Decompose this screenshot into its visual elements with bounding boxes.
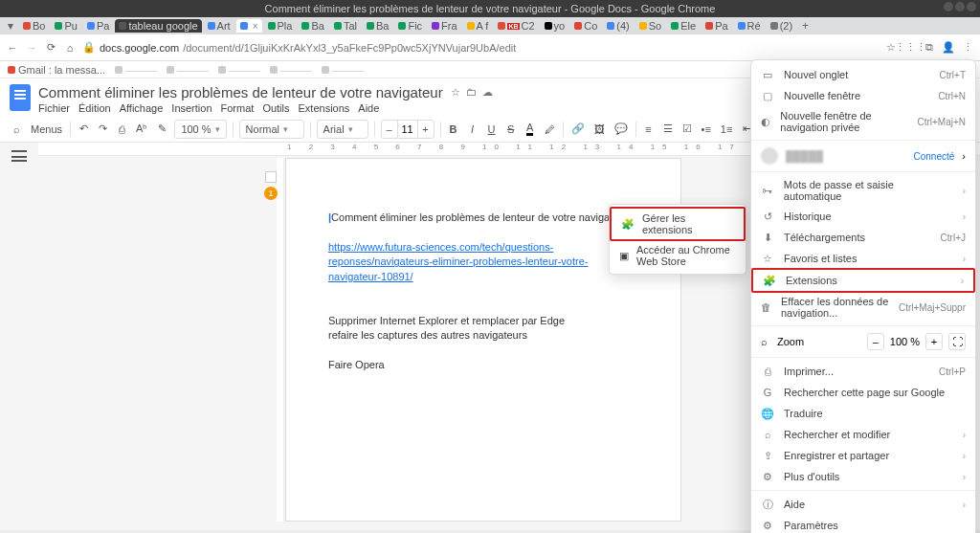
browser-tab[interactable]: × [236, 19, 262, 33]
menu-profile[interactable]: █████Connecté› [751, 144, 975, 168]
browser-tab[interactable]: Ba [363, 19, 392, 33]
new-tab-button[interactable]: + [798, 19, 813, 33]
menu-settings[interactable]: ⚙Paramètres [751, 515, 975, 533]
reload-button[interactable]: ⟳ [44, 41, 57, 55]
forward-button[interactable]: → [25, 41, 38, 55]
menu-passwords[interactable]: 🗝Mots de passe et saisie automatique› [751, 175, 975, 206]
address-bar[interactable]: 🔒 docs.google.com/document/d/1GljuiKxKrA… [82, 41, 879, 54]
profile-icon[interactable]: 👤 [942, 41, 955, 55]
browser-tab[interactable]: Pu [51, 19, 80, 33]
menu-history[interactable]: ↺Historique› [751, 206, 975, 227]
apps-icon[interactable]: ⋮⋮⋮ [903, 41, 917, 55]
menu-find-edit[interactable]: ⌕Rechercher et modifier› [751, 424, 975, 445]
menu-downloads[interactable]: ⬇TéléchargementsCtrl+J [751, 227, 975, 248]
font-select[interactable]: Arial▾ [317, 120, 368, 139]
vertical-ruler[interactable] [277, 158, 284, 522]
browser-tab[interactable]: Co [570, 19, 601, 33]
maximize-icon[interactable] [955, 2, 965, 11]
doc-hyperlink[interactable]: https://www.futura-sciences.com/tech/que… [328, 241, 588, 282]
menu-icon[interactable]: ⋮ [961, 41, 974, 55]
bookmark-item[interactable]: ——— [218, 64, 260, 76]
browser-tab[interactable]: Art [204, 19, 234, 33]
browser-tab[interactable]: Tal [330, 19, 361, 33]
back-button[interactable]: ← [6, 41, 19, 55]
fontsize-plus[interactable]: + [418, 123, 434, 135]
tab-marker-icon[interactable] [265, 171, 277, 183]
tab-close-icon[interactable]: × [253, 21, 258, 32]
menu-new-window[interactable]: ▢Nouvelle fenêtreCtrl+N [751, 85, 975, 106]
menu-clear-data[interactable]: 🗑Effacer les données de navigation...Ctr… [751, 292, 975, 322]
browser-tab[interactable]: (4) [603, 19, 633, 33]
star-doc-icon[interactable]: ☆ [451, 86, 460, 99]
menu-help[interactable]: ⓘAide› [751, 494, 975, 515]
docs-logo-icon[interactable] [10, 84, 31, 111]
browser-tab[interactable]: Ele [667, 19, 700, 33]
menu-insertion[interactable]: Insertion [171, 102, 212, 114]
menu-fichier[interactable]: Fichier [38, 102, 70, 114]
bookmark-item[interactable]: ——— [322, 64, 364, 76]
fontsize-minus[interactable]: – [382, 123, 397, 135]
tabs-menu-icon[interactable]: ▾ [4, 19, 17, 33]
browser-tab[interactable]: yo [541, 19, 569, 33]
menu-format[interactable]: Format [221, 102, 255, 114]
checklist-button[interactable]: ☑ [680, 121, 694, 138]
minimize-icon[interactable] [944, 2, 953, 11]
move-icon[interactable]: 🗀 [466, 86, 477, 99]
menu-search-google[interactable]: GRechercher cette page sur Google [751, 382, 975, 403]
manage-extensions-item[interactable]: 🧩 Gérer les extensions [610, 207, 746, 241]
suggestion-badge[interactable]: 1 [264, 187, 278, 200]
text-color-button[interactable]: A [523, 121, 537, 138]
zoom-in-button[interactable]: + [925, 333, 943, 350]
italic-button[interactable]: I [466, 121, 479, 138]
outline-toggle-icon[interactable] [11, 150, 27, 162]
menu-more-tools[interactable]: ⚙Plus d'outils› [751, 466, 975, 487]
browser-tab[interactable]: Ré [734, 19, 765, 33]
browser-tab[interactable]: (2) [767, 19, 796, 33]
menu-aide[interactable]: Aide [358, 102, 379, 114]
strike-button[interactable]: S [504, 121, 518, 138]
line-spacing-button[interactable]: ☰ [661, 121, 675, 138]
install-icon[interactable]: ⧉ [923, 41, 936, 55]
browser-tab[interactable]: Pa [83, 19, 113, 33]
insert-comment-button[interactable]: 💬 [612, 121, 630, 138]
align-button[interactable]: ≡ [642, 121, 656, 138]
browser-tab[interactable]: tableau google [115, 19, 201, 33]
numbered-list-button[interactable]: 1≡ [719, 121, 735, 138]
bookmark-gmail[interactable]: Gmail : la messa... [8, 64, 105, 76]
menu-affichage[interactable]: Affichage [120, 102, 164, 114]
bold-button[interactable]: B [447, 121, 460, 138]
chrome-web-store-item[interactable]: ▣ Accéder au Chrome Web Store [610, 240, 746, 271]
zoom-out-button[interactable]: – [867, 333, 884, 350]
bulleted-list-button[interactable]: •≡ [700, 121, 713, 138]
undo-button[interactable]: ↶ [77, 121, 90, 138]
menu-extensions[interactable]: 🧩Extensions› [751, 268, 975, 293]
menu-print[interactable]: ⎙Imprimer...Ctrl+P [751, 361, 975, 382]
bookmark-item[interactable]: ——— [115, 64, 157, 76]
spellcheck-button[interactable]: Aᵇ [134, 121, 149, 138]
menu-favorites[interactable]: ☆Favoris et listes› [751, 248, 975, 269]
paint-format-button[interactable]: ✎ [155, 121, 168, 138]
menu-outils[interactable]: Outils [262, 102, 289, 114]
browser-tab[interactable]: Pa [702, 19, 731, 33]
bookmark-item[interactable]: ——— [270, 64, 312, 76]
fontsize-value[interactable]: 11 [397, 121, 418, 138]
style-select[interactable]: Normal▾ [239, 120, 304, 139]
menu-extensions[interactable]: Extensions [299, 102, 350, 114]
home-button[interactable]: ⌂ [63, 41, 77, 55]
menu-incognito[interactable]: ◐Nouvelle fenêtre de navigation privéeCt… [751, 106, 975, 137]
browser-tab[interactable]: Pla [264, 19, 297, 33]
underline-button[interactable]: U [485, 121, 499, 138]
bookmark-item[interactable]: ——— [167, 64, 209, 76]
menus-button[interactable]: Menus [29, 121, 64, 138]
insert-image-button[interactable]: 🖼 [592, 121, 607, 138]
redo-button[interactable]: ↷ [96, 121, 109, 138]
font-size-stepper[interactable]: – 11 + [381, 120, 434, 139]
menu-new-tab[interactable]: ▭Nouvel ongletCtrl+T [751, 64, 975, 85]
doc-title[interactable]: Comment éliminer les problèmes de lenteu… [38, 84, 443, 100]
menu-édition[interactable]: Édition [78, 102, 111, 114]
browser-tab[interactable]: Ba [298, 19, 327, 33]
highlight-button[interactable]: 🖉 [543, 121, 557, 138]
print-button[interactable]: ⎙ [115, 121, 128, 138]
menu-translate[interactable]: 🌐Traduire [751, 403, 975, 424]
browser-tab[interactable]: KBC2 [494, 19, 538, 33]
